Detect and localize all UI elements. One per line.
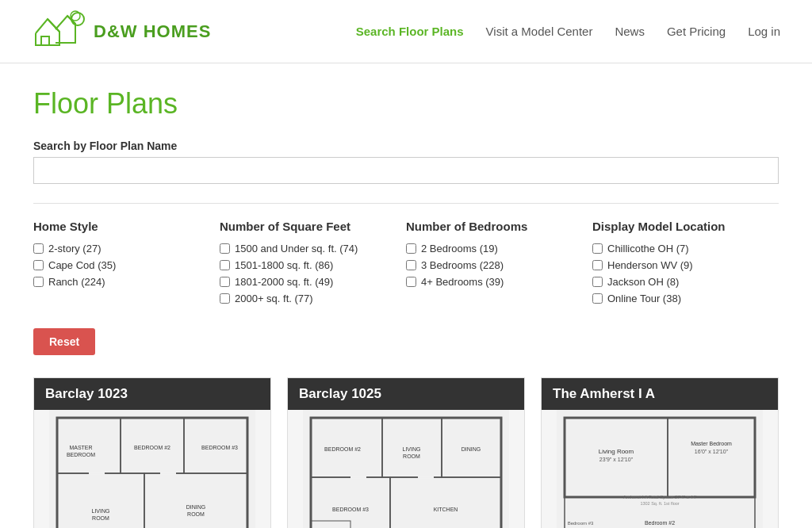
svg-text:BEDROOM #3: BEDROOM #3	[201, 445, 238, 450]
filter-item: Henderson WV (9)	[592, 259, 763, 271]
page-title: Floor Plans	[33, 87, 779, 121]
filter-item-label: 1801-2000 sq. ft. (49)	[235, 276, 333, 288]
filter-home-style: Home Style 2-story (27) Cape Cod (35) Ra…	[33, 220, 220, 309]
checkbox-online-tour[interactable]	[592, 293, 603, 304]
svg-text:DINING: DINING	[186, 504, 206, 510]
checkbox-2bed[interactable]	[406, 243, 416, 254]
checkbox-1801-2000[interactable]	[220, 277, 230, 287]
filter-square-feet: Number of Square Feet 1500 and Under sq.…	[220, 220, 406, 309]
svg-text:BEDROOM #3: BEDROOM #3	[332, 507, 369, 512]
svg-text:BEDROOM #2: BEDROOM #2	[134, 445, 170, 450]
filters-section: Home Style 2-story (27) Cape Cod (35) Ra…	[33, 203, 779, 309]
logo-text: D&W HOMES	[94, 21, 211, 42]
svg-rect-38	[557, 410, 763, 528]
filter-item-label: 1500 and Under sq. ft. (74)	[235, 243, 358, 254]
filter-item: Online Tour (38)	[592, 293, 763, 304]
svg-text:LIVING: LIVING	[403, 446, 421, 452]
header: D&W HOMES Search Floor Plans Visit a Mod…	[0, 0, 812, 63]
svg-text:MASTER: MASTER	[69, 445, 92, 450]
svg-text:Bedroom #2: Bedroom #2	[645, 520, 675, 526]
filter-location-label: Display Model Location	[592, 220, 763, 233]
checkbox-henderson[interactable]	[592, 260, 603, 270]
svg-text:BEDROOM: BEDROOM	[67, 452, 95, 457]
svg-text:DINING: DINING	[462, 446, 481, 452]
checkbox-chillicothe[interactable]	[592, 243, 603, 254]
svg-text:ROOM: ROOM	[403, 453, 420, 459]
filter-item: 1801-2000 sq. ft. (49)	[220, 276, 390, 288]
filter-item-label: 2000+ sq. ft. (77)	[235, 293, 313, 304]
filter-bedrooms-label: Number of Bedrooms	[406, 220, 576, 233]
reset-button[interactable]: Reset	[33, 328, 95, 355]
card-title: The Amherst I A	[542, 378, 778, 410]
nav-visit-model-center[interactable]: Visit a Model Center	[486, 25, 593, 38]
logo-icon	[32, 10, 87, 53]
svg-text:Master Bedroom: Master Bedroom	[691, 441, 732, 446]
card-title: Barclay 1025	[288, 378, 524, 410]
card-barclay-1023[interactable]: Barclay 1023 MASTER BEDROOM BEDROOM #2	[33, 377, 271, 528]
filter-home-style-label: Home Style	[33, 220, 204, 233]
floor-plan-svg: BEDROOM #2 LIVING ROOM DINING BEDROOM #3…	[288, 410, 524, 528]
card-amherst-ia[interactable]: The Amherst I A Living Room 23'9" x 12'1…	[541, 377, 779, 528]
filter-item-label: Henderson WV (9)	[607, 259, 693, 271]
checkbox-jackson[interactable]	[592, 277, 603, 287]
card-barclay-1025[interactable]: Barclay 1025 BEDROOM #2 LIVING ROOM DINI…	[287, 377, 525, 528]
nav-get-pricing[interactable]: Get Pricing	[667, 25, 726, 38]
svg-point-0	[71, 13, 84, 25]
card-image: Living Room 23'9" x 12'10" Master Bedroo…	[542, 410, 778, 528]
filter-item-label: 1501-1800 sq. ft. (86)	[235, 259, 333, 271]
checkbox-1500-under[interactable]	[220, 243, 230, 254]
checkbox-1501-1800[interactable]	[220, 260, 230, 270]
filter-item: 4+ Bedrooms (39)	[406, 276, 576, 288]
filter-item: Chillicothe OH (7)	[592, 243, 763, 254]
floor-plan-svg: MASTER BEDROOM BEDROOM #2 BEDROOM #3 LIV…	[34, 410, 270, 528]
svg-text:23'9" x 12'10": 23'9" x 12'10"	[599, 457, 634, 462]
svg-text:KITCHEN: KITCHEN	[434, 507, 458, 512]
filter-item: 2-story (27)	[33, 243, 204, 254]
filter-item: 2000+ sq. ft. (77)	[220, 293, 390, 304]
cards-grid: Barclay 1023 MASTER BEDROOM BEDROOM #2	[33, 377, 779, 528]
svg-text:16'0" x 12'10": 16'0" x 12'10"	[695, 449, 729, 454]
filter-item-label: Cape Cod (35)	[48, 259, 116, 271]
checkbox-3bed[interactable]	[406, 260, 416, 270]
svg-text:ROOM: ROOM	[92, 515, 109, 521]
filter-item-label: Online Tour (38)	[607, 293, 681, 304]
filter-item-label: 4+ Bedrooms (39)	[421, 276, 504, 288]
filter-item: 2 Bedrooms (19)	[406, 243, 576, 254]
filter-item: Jackson OH (8)	[592, 276, 763, 288]
checkbox-cape-cod[interactable]	[33, 260, 44, 270]
nav-news[interactable]: News	[615, 25, 645, 38]
filter-item: 1500 and Under sq. ft. (74)	[220, 243, 390, 254]
filter-item-label: Ranch (224)	[48, 276, 105, 288]
checkbox-ranch[interactable]	[33, 277, 44, 287]
filter-item-label: Chillicothe OH (7)	[607, 243, 689, 254]
filter-item: 1501-1800 sq. ft. (86)	[220, 259, 390, 271]
filter-item-label: 2-story (27)	[48, 243, 101, 254]
svg-text:Amherst I A Total Space 27'4" : Amherst I A Total Space 27'4" x 44'	[623, 495, 697, 499]
main-content: Floor Plans Search by Floor Plan Name Ho…	[17, 63, 795, 528]
floor-plan-svg: Living Room 23'9" x 12'10" Master Bedroo…	[542, 410, 778, 528]
main-nav: Search Floor Plans Visit a Model Center …	[356, 25, 780, 38]
svg-text:Bedroom #3: Bedroom #3	[568, 521, 594, 526]
search-label: Search by Floor Plan Name	[33, 140, 779, 152]
search-input[interactable]	[33, 157, 779, 184]
svg-text:Living Room: Living Room	[599, 448, 634, 455]
nav-search-floor-plans[interactable]: Search Floor Plans	[356, 25, 464, 38]
filter-item-label: 3 Bedrooms (228)	[421, 259, 504, 271]
svg-rect-2	[49, 410, 255, 528]
filter-item: Ranch (224)	[33, 276, 204, 288]
filter-item-label: Jackson OH (8)	[607, 276, 679, 288]
svg-text:ROOM: ROOM	[187, 511, 205, 517]
filter-location: Display Model Location Chillicothe OH (7…	[592, 220, 779, 309]
card-image: BEDROOM #2 LIVING ROOM DINING BEDROOM #3…	[288, 410, 524, 528]
filter-item: Cape Cod (35)	[33, 259, 204, 271]
nav-log-in[interactable]: Log in	[748, 25, 780, 38]
svg-text:BEDROOM #2: BEDROOM #2	[324, 446, 361, 452]
filter-bedrooms: Number of Bedrooms 2 Bedrooms (19) 3 Bed…	[406, 220, 592, 309]
card-title: Barclay 1023	[34, 378, 270, 410]
svg-text:LIVING: LIVING	[92, 508, 110, 514]
checkbox-4plusbed[interactable]	[406, 277, 416, 287]
checkbox-2000plus[interactable]	[220, 293, 230, 304]
card-image: MASTER BEDROOM BEDROOM #2 BEDROOM #3 LIV…	[34, 410, 270, 528]
filter-item-label: 2 Bedrooms (19)	[421, 243, 498, 254]
checkbox-2story[interactable]	[33, 243, 44, 254]
